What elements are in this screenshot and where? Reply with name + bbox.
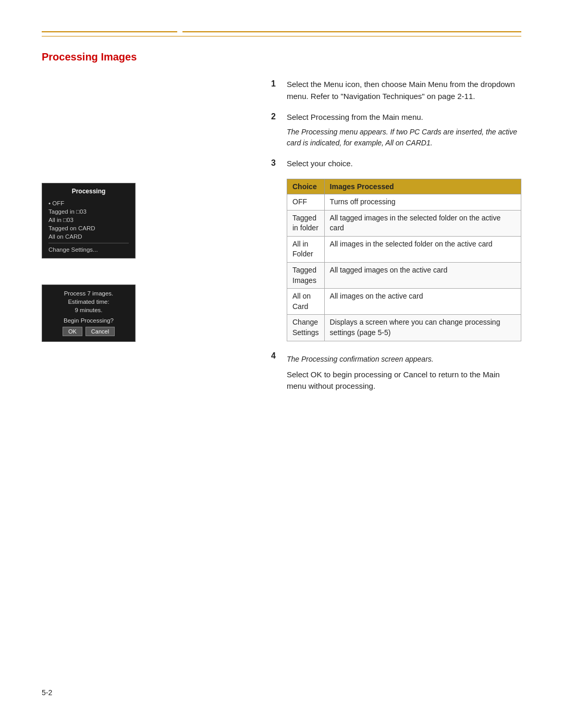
header-line-bottom xyxy=(42,36,521,36)
confirm-cancel-button[interactable]: Cancel xyxy=(85,327,115,336)
left-column: Processing • OFF Tagged in □03 All in □0… xyxy=(42,79,261,402)
step-1-content: Select the Menu icon, then choose Main M… xyxy=(287,79,521,102)
page-title: Processing Images xyxy=(42,51,521,63)
table-row: OFF Turns off processing xyxy=(287,194,521,211)
step-4-text: Select OK to begin processing or Cancel … xyxy=(287,369,521,392)
choice-table-container: Choice Images Processed OFF Turns off pr… xyxy=(287,179,521,341)
confirm-buttons: OK Cancel xyxy=(50,327,128,336)
table-cell-choice: TaggedImages xyxy=(287,262,325,288)
step-1: 1 Select the Menu icon, then choose Main… xyxy=(271,79,521,102)
table-cell-desc: Turns off processing xyxy=(324,194,521,211)
choice-table: Choice Images Processed OFF Turns off pr… xyxy=(287,179,521,341)
table-cell-choice: All onCard xyxy=(287,289,325,315)
step-4-number: 4 xyxy=(271,351,282,361)
step-1-text: Select the Menu icon, then choose Main M… xyxy=(287,79,521,102)
table-header-choice: Choice xyxy=(287,179,325,194)
confirm-process-count: Process 7 images. xyxy=(50,290,128,297)
table-cell-desc: All tagged images in the selected folder… xyxy=(324,210,521,236)
table-row: ChangeSettings Displays a screen where y… xyxy=(287,315,521,341)
main-content: Processing • OFF Tagged in □03 All in □0… xyxy=(42,79,521,402)
table-cell-desc: Displays a screen where you can change p… xyxy=(324,315,521,341)
header-line-left xyxy=(42,31,177,32)
confirm-estimated-time-label: Estimated time: xyxy=(50,299,128,305)
header-decoration xyxy=(42,31,521,36)
menu-separator xyxy=(48,243,129,243)
step-3: 3 Select your choice. xyxy=(271,158,521,170)
step-4-content: The Processing confirmation screen appea… xyxy=(287,351,521,392)
right-column: 1 Select the Menu icon, then choose Main… xyxy=(261,79,521,402)
page-container: Processing Images Processing • OFF Tagge… xyxy=(0,0,563,728)
menu-item-tagged-folder: Tagged in □03 xyxy=(48,207,129,216)
table-cell-desc: All images in the selected folder on the… xyxy=(324,236,521,262)
step-2-text: Select Processing from the Main menu. xyxy=(287,112,521,124)
confirm-ok-button[interactable]: OK xyxy=(63,327,82,336)
step-2: 2 Select Processing from the Main menu. … xyxy=(271,112,521,149)
table-row: TaggedImages All tagged images on the ac… xyxy=(287,262,521,288)
page-footer: 5-2 xyxy=(42,688,52,697)
step-4-note-before: The Processing confirmation screen appea… xyxy=(287,354,521,365)
table-row: Taggedin folder All tagged images in the… xyxy=(287,210,521,236)
confirm-begin-label: Begin Processing? xyxy=(50,317,128,324)
menu-title: Processing xyxy=(48,188,129,195)
step-2-note: The Processing menu appears. If two PC C… xyxy=(287,127,521,149)
step-3-text: Select your choice. xyxy=(287,158,521,170)
table-cell-choice: Taggedin folder xyxy=(287,210,325,236)
menu-item-change-settings: Change Settings... xyxy=(48,245,129,254)
table-cell-desc: All images on the active card xyxy=(324,289,521,315)
step-2-number: 2 xyxy=(271,112,282,121)
header-line-right xyxy=(182,31,521,32)
step-2-content: Select Processing from the Main menu. Th… xyxy=(287,112,521,149)
table-row: All onCard All images on the active card xyxy=(287,289,521,315)
menu-item-all-card: All on CARD xyxy=(48,232,129,241)
step-3-content: Select your choice. xyxy=(287,158,521,170)
menu-item-tagged-card: Tagged on CARD xyxy=(48,224,129,232)
confirm-estimated-time-value: 9 minutes. xyxy=(50,307,128,313)
table-cell-choice: ChangeSettings xyxy=(287,315,325,341)
confirm-dialog-screenshot: Process 7 images. Estimated time: 9 minu… xyxy=(42,285,136,342)
processing-menu-screenshot: Processing • OFF Tagged in □03 All in □0… xyxy=(42,183,136,258)
menu-item-off: • OFF xyxy=(48,199,129,207)
menu-item-all-folder: All in □03 xyxy=(48,216,129,224)
table-cell-choice: OFF xyxy=(287,194,325,211)
step-1-number: 1 xyxy=(271,79,282,89)
table-row: All inFolder All images in the selected … xyxy=(287,236,521,262)
table-header-images-processed: Images Processed xyxy=(324,179,521,194)
step-3-number: 3 xyxy=(271,158,282,168)
table-cell-desc: All tagged images on the active card xyxy=(324,262,521,288)
table-cell-choice: All inFolder xyxy=(287,236,325,262)
step-4: 4 The Processing confirmation screen app… xyxy=(271,351,521,392)
